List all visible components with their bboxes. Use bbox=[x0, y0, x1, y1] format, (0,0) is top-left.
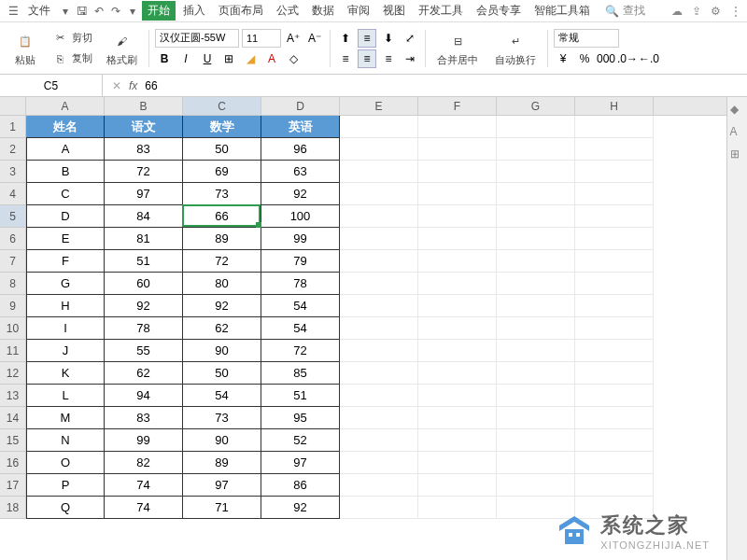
cell[interactable] bbox=[575, 362, 654, 385]
cell[interactable] bbox=[340, 340, 418, 362]
cell[interactable] bbox=[575, 273, 654, 295]
format-painter-button[interactable]: 🖌 格式刷 bbox=[105, 27, 139, 69]
cell[interactable]: 90 bbox=[183, 340, 261, 362]
cell[interactable] bbox=[575, 228, 654, 250]
cell[interactable] bbox=[418, 407, 497, 429]
cell[interactable]: 74 bbox=[105, 497, 183, 519]
cell[interactable] bbox=[418, 228, 497, 250]
cell[interactable]: 84 bbox=[105, 205, 183, 228]
cell[interactable]: 72 bbox=[183, 250, 261, 273]
cell[interactable] bbox=[497, 138, 575, 161]
cell[interactable]: E bbox=[26, 228, 105, 250]
col-header[interactable]: E bbox=[340, 97, 418, 115]
row-header[interactable]: 4 bbox=[0, 183, 25, 205]
cell[interactable] bbox=[418, 273, 497, 295]
decimal-inc-icon[interactable]: .0→ bbox=[618, 49, 637, 68]
row-header[interactable]: 1 bbox=[0, 116, 25, 138]
cell[interactable]: G bbox=[26, 273, 105, 295]
cell[interactable] bbox=[418, 474, 497, 497]
cell[interactable] bbox=[340, 250, 418, 273]
cell[interactable]: A bbox=[26, 138, 105, 161]
cancel-icon[interactable]: ✕ bbox=[112, 79, 121, 92]
cell[interactable]: 97 bbox=[261, 452, 340, 474]
cell[interactable] bbox=[340, 228, 418, 250]
cell[interactable]: 81 bbox=[105, 228, 183, 250]
cell[interactable] bbox=[340, 497, 418, 519]
cell[interactable]: 94 bbox=[105, 385, 183, 407]
cell[interactable] bbox=[418, 452, 497, 474]
cell[interactable] bbox=[497, 116, 575, 138]
cell[interactable] bbox=[418, 161, 497, 183]
align-top-icon[interactable]: ⬆ bbox=[336, 29, 355, 48]
cell[interactable] bbox=[418, 295, 497, 317]
cell[interactable] bbox=[497, 362, 575, 385]
row-header[interactable]: 13 bbox=[0, 385, 25, 407]
col-header[interactable]: F bbox=[418, 97, 497, 115]
tab-insert[interactable]: 插入 bbox=[177, 1, 211, 21]
cell[interactable]: M bbox=[26, 407, 105, 429]
cell[interactable]: 83 bbox=[105, 407, 183, 429]
cell[interactable]: 51 bbox=[261, 385, 340, 407]
cell[interactable]: 97 bbox=[183, 474, 261, 497]
cell[interactable] bbox=[340, 362, 418, 385]
select-all-corner[interactable] bbox=[0, 97, 26, 115]
cell[interactable] bbox=[497, 250, 575, 273]
tab-devtools[interactable]: 开发工具 bbox=[413, 1, 469, 21]
indent-icon[interactable]: ⇥ bbox=[401, 49, 419, 68]
cell[interactable] bbox=[340, 452, 418, 474]
fx-icon[interactable]: fx bbox=[129, 79, 137, 92]
cell[interactable]: 89 bbox=[183, 228, 261, 250]
row-header[interactable]: 14 bbox=[0, 407, 25, 429]
cell[interactable] bbox=[497, 183, 575, 205]
settings-icon[interactable]: ⚙ bbox=[711, 5, 721, 18]
tab-data[interactable]: 数据 bbox=[306, 1, 340, 21]
more-icon[interactable]: ▾ bbox=[125, 4, 140, 19]
cell[interactable]: 89 bbox=[183, 452, 261, 474]
cell[interactable] bbox=[497, 161, 575, 183]
cell[interactable]: Q bbox=[26, 497, 105, 519]
italic-button[interactable]: I bbox=[176, 49, 195, 68]
cell[interactable]: 63 bbox=[261, 161, 340, 183]
cell[interactable] bbox=[575, 497, 654, 519]
cell[interactable] bbox=[418, 497, 497, 519]
cell[interactable] bbox=[418, 138, 497, 161]
col-header[interactable]: B bbox=[105, 97, 183, 115]
redo-icon[interactable]: ↷ bbox=[108, 4, 123, 19]
cell[interactable]: 54 bbox=[261, 317, 340, 340]
orientation-icon[interactable]: ⤢ bbox=[401, 29, 419, 48]
increase-font-icon[interactable]: A⁺ bbox=[284, 29, 303, 48]
cell[interactable]: 66 bbox=[183, 205, 261, 228]
cell[interactable] bbox=[575, 205, 654, 228]
cell[interactable]: J bbox=[26, 340, 105, 362]
spreadsheet-grid[interactable]: ABCDEFGH 123456789101112131415161718 姓名语… bbox=[0, 97, 747, 560]
cell[interactable]: 82 bbox=[105, 452, 183, 474]
row-header[interactable]: 15 bbox=[0, 429, 25, 452]
cell[interactable] bbox=[575, 474, 654, 497]
fill-color-button[interactable]: ◢ bbox=[241, 49, 260, 68]
cell[interactable]: 83 bbox=[105, 138, 183, 161]
cell[interactable]: F bbox=[26, 250, 105, 273]
formula-bar[interactable] bbox=[145, 79, 738, 92]
cell[interactable]: 86 bbox=[261, 474, 340, 497]
row-header[interactable]: 17 bbox=[0, 474, 25, 497]
cell[interactable]: 97 bbox=[105, 183, 183, 205]
row-header[interactable]: 11 bbox=[0, 340, 25, 362]
cell[interactable] bbox=[340, 295, 418, 317]
cell[interactable]: 80 bbox=[183, 273, 261, 295]
cell[interactable] bbox=[497, 407, 575, 429]
cell[interactable]: 95 bbox=[261, 407, 340, 429]
align-bottom-icon[interactable]: ⬇ bbox=[379, 29, 398, 48]
cell[interactable]: 51 bbox=[105, 250, 183, 273]
cell[interactable] bbox=[497, 295, 575, 317]
row-header[interactable]: 8 bbox=[0, 273, 25, 295]
tab-review[interactable]: 审阅 bbox=[342, 1, 375, 21]
cell[interactable]: I bbox=[26, 317, 105, 340]
cell[interactable]: 62 bbox=[105, 362, 183, 385]
comma-icon[interactable]: 000 bbox=[597, 49, 615, 68]
col-header[interactable]: A bbox=[26, 97, 105, 115]
cell[interactable] bbox=[340, 317, 418, 340]
cell[interactable]: 85 bbox=[261, 362, 340, 385]
cell[interactable] bbox=[497, 474, 575, 497]
cell[interactable]: 54 bbox=[261, 295, 340, 317]
tab-pagelayout[interactable]: 页面布局 bbox=[213, 1, 269, 21]
